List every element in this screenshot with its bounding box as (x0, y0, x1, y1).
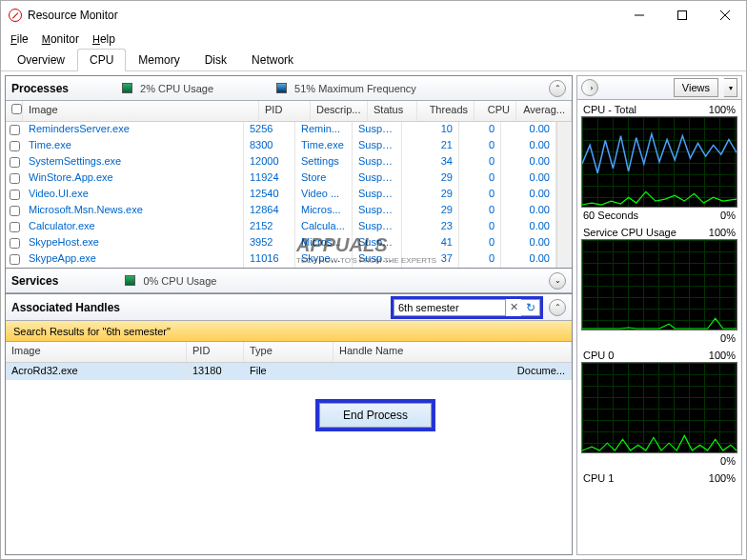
graph2-xr: 0% (720, 332, 736, 344)
col-description[interactable]: Descrip... (311, 101, 368, 121)
tab-overview[interactable]: Overview (5, 49, 77, 71)
row-checkbox[interactable] (10, 157, 20, 168)
search-results-bar: Search Results for "6th semester" (6, 321, 572, 342)
graph4-title: CPU 1 (583, 472, 614, 484)
col-cpu[interactable]: CPU (474, 101, 516, 121)
graph3-pct: 100% (709, 350, 736, 361)
cpu-usage-label: 2% CPU Usage (140, 83, 213, 94)
processes-header: Image PID Descrip... Status Threads CPU … (6, 101, 572, 122)
handle-row[interactable]: AcroRd32.exe 13180 File Docume... (6, 363, 572, 380)
views-button[interactable]: Views (674, 78, 718, 97)
tab-disk[interactable]: Disk (192, 49, 239, 71)
cpu-usage-meter-icon (122, 83, 132, 93)
process-row[interactable]: Calculator.exe2152Calcula...Suspe...2300… (6, 219, 556, 235)
max-freq-meter-icon (276, 83, 287, 93)
context-menu-end-process[interactable]: End Process (319, 403, 432, 428)
menu-file[interactable]: File (10, 32, 29, 46)
process-row[interactable]: Video.UI.exe12540Video ...Suspe...2900.0… (6, 187, 556, 203)
processes-title: Processes (11, 82, 69, 95)
process-row[interactable]: WinStore.App.exe11924StoreSuspe...2900.0… (6, 170, 556, 187)
processes-collapse-button[interactable]: ⌃ (549, 80, 566, 97)
graph-service-cpu (581, 239, 737, 330)
graph2-title: Service CPU Usage (583, 227, 676, 238)
window-title: Resource Monitor (28, 9, 617, 22)
processes-body[interactable]: RemindersServer.exe5256Remin...Suspe...1… (6, 122, 556, 268)
col-average[interactable]: Averag... (516, 101, 572, 121)
menubar: File Monitor Help (1, 30, 746, 49)
col-h-image[interactable]: Image (6, 342, 187, 362)
associated-handles-title: Associated Handles (11, 301, 120, 314)
col-h-handle[interactable]: Handle Name (333, 342, 572, 362)
row-checkbox[interactable] (10, 141, 20, 151)
row-checkbox[interactable] (10, 125, 20, 135)
menu-monitor[interactable]: Monitor (42, 32, 79, 46)
graph1-title: CPU - Total (583, 104, 636, 115)
process-row[interactable]: Time.exe8300Time.exeSuspe...2100.00 (6, 138, 556, 154)
row-checkbox[interactable] (10, 206, 20, 216)
process-row[interactable]: SkypeApp.exe11016SkypeA...Suspe...3700.0… (6, 251, 556, 268)
graph2-pct: 100% (709, 227, 736, 238)
views-dropdown-icon[interactable]: ▾ (724, 78, 737, 97)
row-checkbox[interactable] (10, 222, 20, 232)
graph1-pct: 100% (709, 104, 736, 115)
tab-memory[interactable]: Memory (126, 49, 192, 71)
process-row[interactable]: Microsoft.Msn.News.exe12864Micros...Susp… (6, 203, 556, 219)
col-pid[interactable]: PID (259, 101, 311, 121)
col-h-pid[interactable]: PID (187, 342, 244, 362)
panel-associated-handles: Associated Handles ✕ ↻ ⌃ Search Results … (5, 293, 573, 555)
services-cpu-label: 0% CPU Usage (143, 275, 216, 287)
row-checkbox[interactable] (10, 254, 20, 265)
row-checkbox[interactable] (10, 173, 20, 184)
col-status[interactable]: Status (368, 101, 417, 121)
graphs-header: ⌄ Views ▾ (576, 75, 742, 100)
row-checkbox[interactable] (10, 238, 20, 249)
handles-collapse-button[interactable]: ⌃ (549, 299, 566, 316)
menu-help[interactable]: Help (92, 32, 115, 46)
titlebar: Resource Monitor (1, 1, 746, 30)
tab-cpu[interactable]: CPU (77, 49, 126, 71)
processes-scrollbar[interactable] (556, 122, 572, 268)
panel-services: Services 0% CPU Usage ⌄ (5, 268, 573, 294)
tabbar: Overview CPU Memory Disk Network (1, 49, 746, 71)
handles-search-input[interactable] (394, 299, 506, 316)
graph1-xr: 0% (720, 210, 736, 221)
minimize-button[interactable] (617, 1, 660, 30)
graph1-xl: 60 Seconds (583, 210, 638, 221)
search-clear-icon[interactable]: ✕ (506, 301, 521, 313)
col-image[interactable]: Image (23, 101, 259, 121)
context-menu-highlight: End Process (315, 399, 435, 431)
select-all-checkbox[interactable] (11, 104, 22, 114)
svg-rect-0 (677, 11, 686, 20)
graph3-title: CPU 0 (583, 350, 614, 361)
process-row[interactable]: SystemSettings.exe12000SettingsSuspe...3… (6, 154, 556, 170)
col-threads[interactable]: Threads (417, 101, 474, 121)
graphs-collapse-button[interactable]: ⌄ (581, 79, 598, 96)
handles-search-highlight: ✕ ↻ (391, 296, 543, 319)
col-h-type[interactable]: Type (244, 342, 333, 362)
process-row[interactable]: RemindersServer.exe5256Remin...Suspe...1… (6, 122, 556, 138)
panel-processes: Processes 2% CPU Usage 51% Maximum Frequ… (5, 75, 573, 269)
app-icon (9, 9, 22, 22)
graph3-xr: 0% (720, 455, 736, 467)
graph-cpu0 (581, 362, 737, 453)
close-button[interactable] (703, 1, 746, 30)
row-checkbox[interactable] (10, 190, 20, 200)
max-freq-label: 51% Maximum Frequency (294, 83, 416, 94)
services-title: Services (11, 274, 58, 288)
tab-network[interactable]: Network (239, 49, 306, 71)
services-collapse-button[interactable]: ⌄ (549, 272, 566, 290)
process-row[interactable]: SkypeHost.exe3952Micros...Suspe...4100.0… (6, 235, 556, 251)
graph-cpu-total (581, 116, 737, 208)
graph4-pct: 100% (709, 472, 736, 484)
services-meter-icon (125, 275, 135, 286)
maximize-button[interactable] (660, 1, 703, 30)
search-go-button[interactable]: ↻ (521, 299, 540, 316)
